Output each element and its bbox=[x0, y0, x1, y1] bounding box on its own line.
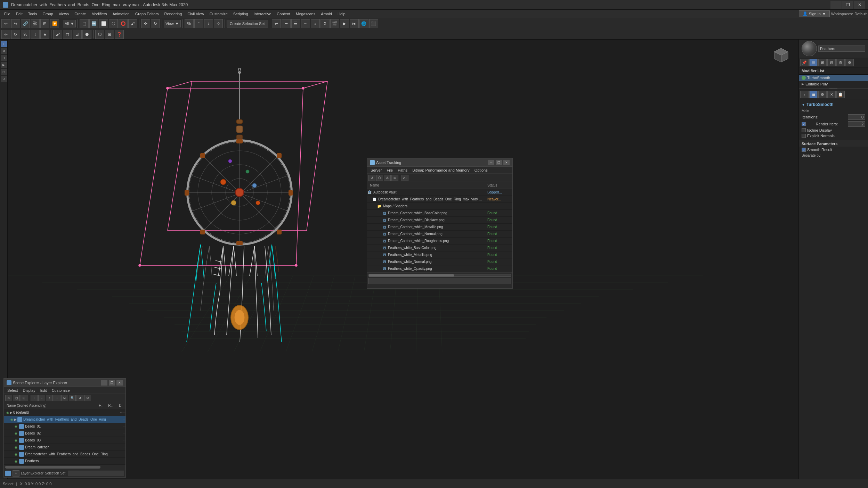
at-path-bar[interactable] bbox=[368, 278, 511, 284]
at-item-feathers-metallic[interactable]: 🖼 Feathers_white_Metallic.png Found bbox=[367, 251, 512, 258]
menu-file[interactable]: File bbox=[1, 10, 13, 18]
menu-tools[interactable]: Tools bbox=[25, 10, 40, 18]
all-dropdown[interactable]: All ▼ bbox=[63, 20, 76, 27]
paint-brush-button[interactable]: 🖌 bbox=[53, 30, 62, 39]
at-item-feathers-normal[interactable]: 🖼 Feathers_white_Normal.png Found bbox=[367, 258, 512, 265]
paint-select-button[interactable]: 🖌 bbox=[128, 19, 137, 28]
modifier-editable-poly[interactable]: ▶ Editable Poly bbox=[799, 81, 868, 87]
xview-button[interactable]: Ⅹ bbox=[321, 19, 330, 28]
select-move-button[interactable]: ✛ bbox=[141, 19, 150, 28]
menu-scripting[interactable]: Scripting bbox=[230, 10, 251, 18]
sidebar-display[interactable]: ◻ bbox=[1, 69, 7, 75]
se-restore-button[interactable]: ❐ bbox=[109, 380, 115, 386]
at-all-button[interactable]: ⊞ bbox=[391, 175, 398, 181]
at-menu-paths[interactable]: Paths bbox=[396, 168, 409, 173]
menu-views[interactable]: Views bbox=[56, 10, 72, 18]
mtl-editor-button[interactable]: ⬛ bbox=[369, 19, 378, 28]
align-button[interactable]: ⊢ bbox=[282, 19, 291, 28]
at-refresh-button[interactable]: ↺ bbox=[368, 175, 375, 181]
se-menu-customize[interactable]: Customize bbox=[50, 388, 72, 393]
view-cube[interactable] bbox=[771, 47, 792, 67]
modifier-active-button[interactable]: ◼ bbox=[809, 91, 818, 98]
se-sort-button[interactable]: A↓ bbox=[61, 395, 68, 401]
se-close-button[interactable]: ✕ bbox=[116, 380, 123, 386]
menu-edit[interactable]: Edit bbox=[13, 10, 25, 18]
object-name-input[interactable] bbox=[818, 46, 865, 52]
select-object-button[interactable]: ⬚ bbox=[80, 19, 89, 28]
at-restore-button[interactable]: ❐ bbox=[496, 160, 502, 165]
spinner-snap-button[interactable]: ↕ bbox=[204, 19, 213, 28]
spinner-snap-toggle[interactable]: ↕ bbox=[31, 30, 40, 39]
at-close-button[interactable]: ✕ bbox=[503, 160, 510, 165]
weight-paint-button[interactable]: ⊿ bbox=[73, 30, 82, 39]
paste-modifier-button[interactable]: 📋 bbox=[836, 91, 845, 98]
se-item-layer-default[interactable]: ◉ ▶ 0 (default) ⋯ ⋯ bbox=[4, 409, 125, 416]
menu-animation[interactable]: Animation bbox=[110, 10, 132, 18]
at-menu-file[interactable]: File bbox=[384, 168, 395, 173]
se-refresh-button[interactable]: ↺ bbox=[76, 395, 83, 401]
render-last-button[interactable]: ⏭ bbox=[350, 19, 359, 28]
curve-editor-button[interactable]: ~ bbox=[301, 19, 310, 28]
render-iters-input[interactable] bbox=[848, 121, 865, 127]
menu-group[interactable]: Group bbox=[40, 10, 56, 18]
modifier-list-view-button[interactable]: ☰ bbox=[809, 59, 818, 66]
panel-divider[interactable]: ════ bbox=[799, 88, 868, 89]
se-show-all-button[interactable]: ◻ bbox=[13, 395, 20, 401]
selection-set-input[interactable] bbox=[68, 471, 124, 476]
helpers-button[interactable]: ❓ bbox=[115, 30, 124, 39]
at-menu-options[interactable]: Options bbox=[472, 168, 490, 173]
move-modifier-up-button[interactable]: ↑ bbox=[800, 91, 809, 98]
grid-snap-button[interactable]: ⊹ bbox=[214, 19, 223, 28]
view-dropdown[interactable]: View ▼ bbox=[164, 20, 181, 27]
se-menu-display[interactable]: Display bbox=[21, 388, 38, 393]
lasso-select-button[interactable]: ⭕ bbox=[119, 19, 128, 28]
erase-button[interactable]: ◻ bbox=[63, 30, 72, 39]
se-move-up-button[interactable]: ↑ bbox=[46, 395, 53, 401]
se-item-beads01[interactable]: ◉ Beads_01 ⋯ bbox=[4, 423, 125, 430]
environment-button[interactable]: 🌐 bbox=[359, 19, 368, 28]
delete-modifier-button[interactable]: 🗑 bbox=[836, 59, 845, 66]
pin-modifier-button[interactable]: 📌 bbox=[800, 59, 809, 66]
close-button[interactable]: ✕ bbox=[854, 1, 865, 9]
se-delete-layer-button[interactable]: − bbox=[38, 395, 45, 401]
se-item-beads02[interactable]: ◉ Beads_02 ⋯ bbox=[4, 430, 125, 437]
angle-snap-button[interactable]: ⟳ bbox=[11, 30, 20, 39]
render-frame-button[interactable]: ▶ bbox=[340, 19, 349, 28]
se-minimize-button[interactable]: ─ bbox=[101, 380, 107, 386]
restore-button[interactable]: ❐ bbox=[842, 1, 853, 9]
se-close-x-button[interactable]: ✕ bbox=[5, 395, 12, 401]
se-select-children-button[interactable]: ⊞ bbox=[21, 395, 27, 401]
vertex-color-button[interactable]: ⬟ bbox=[82, 30, 91, 39]
se-item-beads03[interactable]: ◉ Beads_03 ⋯ bbox=[4, 437, 125, 444]
iterations-input[interactable] bbox=[848, 114, 865, 120]
at-item-vault[interactable]: 🏦 Autodesk Vault Logged... bbox=[367, 189, 512, 196]
at-minimize-button[interactable]: ─ bbox=[488, 160, 494, 165]
percent-snap-toggle[interactable]: % bbox=[21, 30, 30, 39]
show-all-subtrees-button[interactable]: ⊞ bbox=[818, 59, 827, 66]
fence-select-button[interactable]: ⬡ bbox=[109, 19, 118, 28]
menu-help[interactable]: Help bbox=[335, 10, 348, 18]
percent-snap-button[interactable]: % bbox=[185, 19, 194, 28]
at-highlight-button[interactable]: ⬡ bbox=[376, 175, 383, 181]
delete-modifier-btn2[interactable]: ✕ bbox=[827, 91, 836, 98]
sidebar-motion[interactable]: ▶ bbox=[1, 62, 7, 68]
at-scrollbar[interactable] bbox=[368, 274, 511, 277]
se-item-dreamcatcher-root[interactable]: ◉ ▶ Dreamcatcher_with_Feathers_and_Beads… bbox=[4, 416, 125, 423]
at-item-displace[interactable]: 🖼 Dream_Catcher_white_Displace.png Found bbox=[367, 217, 512, 224]
at-sort-button[interactable]: A↓ bbox=[401, 175, 408, 181]
quick-access[interactable]: ★ bbox=[40, 30, 49, 39]
se-footer-plus-button[interactable]: + bbox=[13, 470, 19, 477]
modifier-turbosmooth[interactable]: TurboSmooth bbox=[799, 75, 868, 81]
menu-megascans[interactable]: Megascans bbox=[293, 10, 318, 18]
modifier-settings-button[interactable]: ⚙ bbox=[818, 91, 827, 98]
menu-content[interactable]: Content bbox=[274, 10, 293, 18]
rotate-button[interactable]: ↻ bbox=[151, 19, 160, 28]
render-iters-checkbox[interactable]: ✓ bbox=[802, 122, 806, 126]
at-item-maps-folder[interactable]: 📁 Maps / Shaders bbox=[367, 203, 512, 210]
at-item-normal[interactable]: 🖼 Dream_Catcher_white_Normal.png Found bbox=[367, 231, 512, 238]
at-item-feathers-basecolor[interactable]: 🖼 Feathers_white_BaseColor.png Found bbox=[367, 245, 512, 251]
menu-modifiers[interactable]: Modifiers bbox=[89, 10, 110, 18]
unlink-button[interactable]: ⛓ bbox=[31, 19, 40, 28]
at-item-metallic[interactable]: 🖼 Dream_Catcher_white_Metallic.png Found bbox=[367, 224, 512, 231]
at-menu-server[interactable]: Server bbox=[368, 168, 384, 173]
